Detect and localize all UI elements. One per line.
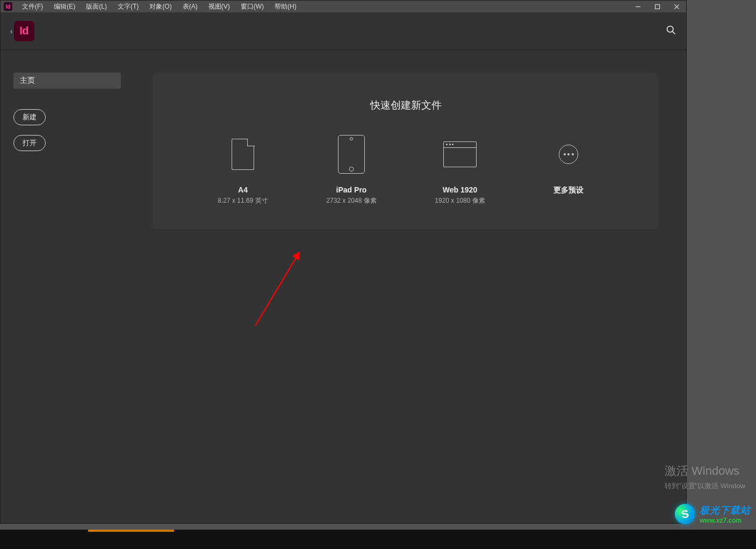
close-button[interactable] — [667, 1, 686, 12]
svg-point-4 — [667, 26, 673, 32]
menu-object[interactable]: 对象(O) — [144, 1, 177, 12]
sidebar-buttons: 新建 打开 — [13, 109, 140, 151]
menu-file[interactable]: 文件(F) — [17, 1, 48, 12]
menu-table[interactable]: 表(A) — [177, 1, 203, 12]
site-logo-en: www.xz7.com — [700, 517, 751, 524]
preset-web-sub: 1920 x 1080 像素 — [435, 196, 485, 205]
home-body: 新建 打开 快速创建新文件 A4 8.27 x 11.69 英寸 iPad Pr… — [1, 50, 686, 523]
site-logo-cn: 极光下载站 — [700, 504, 751, 517]
more-icon — [559, 135, 578, 174]
main-panel: 快速创建新文件 A4 8.27 x 11.69 英寸 iPad Pro 2732… — [153, 50, 686, 523]
menu-layout[interactable]: 版面(L) — [81, 1, 112, 12]
preset-web-1920[interactable]: Web 1920 1920 x 1080 像素 — [425, 135, 495, 205]
preset-ipad-name: iPad Pro — [336, 186, 367, 194]
site-watermark-logo: S 极光下载站 www.xz7.com — [675, 504, 751, 524]
ipad-icon — [338, 135, 365, 174]
home-toolbar: ‹ Id — [1, 12, 686, 50]
open-button[interactable]: 打开 — [13, 135, 46, 151]
preset-a4[interactable]: A4 8.27 x 11.69 英寸 — [208, 135, 278, 205]
maximize-button[interactable] — [647, 1, 667, 12]
home-input[interactable] — [13, 73, 121, 89]
application-window: Id 文件(F) 编辑(E) 版面(L) 文字(T) 对象(O) 表(A) 视图… — [0, 0, 687, 524]
svg-rect-1 — [655, 4, 659, 9]
watermark-line1: 激活 Windows — [665, 463, 745, 479]
browser-icon — [443, 135, 477, 174]
back-chevron-icon[interactable]: ‹ — [10, 27, 13, 35]
card-title: 快速创建新文件 — [169, 98, 642, 112]
preset-web-name: Web 1920 — [443, 186, 477, 194]
minimize-button[interactable] — [628, 1, 647, 12]
menu-window[interactable]: 窗口(W) — [235, 1, 269, 12]
titlebar: Id 文件(F) 编辑(E) 版面(L) 文字(T) 对象(O) 表(A) 视图… — [1, 1, 686, 12]
new-button[interactable]: 新建 — [13, 109, 46, 125]
menubar: Id 文件(F) 编辑(E) 版面(L) 文字(T) 对象(O) 表(A) 视图… — [1, 1, 302, 12]
app-logo[interactable]: Id — [14, 21, 34, 41]
app-icon-text: Id — [6, 4, 11, 10]
taskbar[interactable] — [0, 530, 756, 549]
sidebar: 新建 打开 — [1, 50, 153, 523]
menu-help[interactable]: 帮助(H) — [269, 1, 302, 12]
svg-line-5 — [673, 32, 675, 34]
back-logo-group: ‹ Id — [10, 21, 34, 41]
menu-edit[interactable]: 编辑(E) — [48, 1, 81, 12]
windows-activation-watermark: 激活 Windows 转到"设置"以激活 Window — [665, 463, 745, 491]
presets-row: A4 8.27 x 11.69 英寸 iPad Pro 2732 x 2048 … — [169, 135, 642, 205]
preset-more-name: 更多预设 — [553, 186, 584, 195]
site-orb-icon: S — [673, 502, 697, 526]
document-icon — [232, 135, 254, 174]
preset-ipad-pro[interactable]: iPad Pro 2732 x 2048 像素 — [316, 135, 386, 205]
preset-more[interactable]: 更多预设 — [534, 135, 603, 205]
menu-type[interactable]: 文字(T) — [112, 1, 144, 12]
search-icon[interactable] — [665, 24, 676, 38]
preset-ipad-sub: 2732 x 2048 像素 — [326, 196, 376, 205]
app-icon-small[interactable]: Id — [4, 2, 12, 11]
watermark-line2: 转到"设置"以激活 Window — [665, 481, 745, 491]
preset-a4-sub: 8.27 x 11.69 英寸 — [218, 196, 268, 205]
window-controls — [628, 1, 686, 12]
preset-a4-name: A4 — [238, 186, 248, 194]
app-logo-text: Id — [19, 25, 28, 37]
menu-view[interactable]: 视图(V) — [203, 1, 235, 12]
quick-create-card: 快速创建新文件 A4 8.27 x 11.69 英寸 iPad Pro 2732… — [153, 73, 658, 230]
